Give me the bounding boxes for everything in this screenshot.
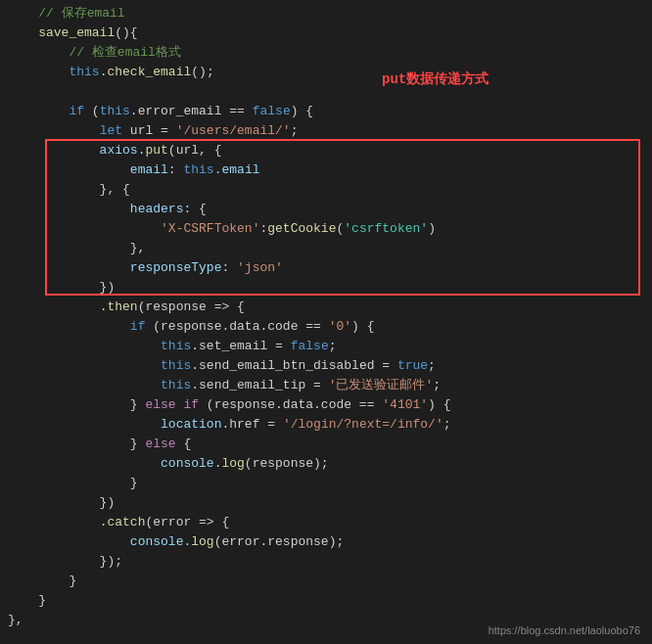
code-line-0: // 保存email (0, 4, 652, 23)
code-line-18: this.send_email_btn_disabled = true; (0, 356, 652, 376)
code-line-17: this.set_email = false; (0, 337, 652, 356)
code-line-21: location.href = '/login/?next=/info/'; (0, 415, 652, 435)
code-line-26: .catch(error => { (0, 513, 652, 532)
code-editor: // 保存email save_email(){ // 检查email格式 th… (0, 0, 652, 644)
code-line-8: email: this.email (0, 161, 652, 180)
line-content: }) (4, 278, 652, 298)
line-content: this.check_email(); (4, 63, 652, 82)
line-content: if (this.error_email == false) { (4, 102, 652, 121)
line-content: } (4, 591, 652, 611)
line-content: }, { (4, 180, 652, 200)
code-line-29: } (0, 572, 652, 591)
code-line-24: } (0, 474, 652, 493)
line-content: .then(response => { (4, 298, 652, 317)
line-content: this.send_email_btn_disabled = true; (4, 356, 652, 376)
code-line-16: if (response.data.code == '0') { (0, 317, 652, 337)
code-line-10: headers: { (0, 200, 652, 219)
line-content: // 保存email (4, 4, 652, 23)
line-content: axios.put(url, { (4, 141, 652, 161)
code-line-13: responseType: 'json' (0, 258, 652, 278)
line-content: email: this.email (4, 161, 652, 180)
line-content: }) (4, 493, 652, 513)
line-content: if (response.data.code == '0') { (4, 317, 652, 337)
line-content: let url = '/users/email/'; (4, 121, 652, 141)
line-content: } else { (4, 435, 652, 454)
line-content: } (4, 572, 652, 591)
line-content: // 检查email格式 (4, 43, 652, 63)
line-content: } else if (response.data.code == '4101')… (4, 395, 652, 415)
line-content: this.send_email_tip = '已发送验证邮件'; (4, 376, 652, 395)
code-line-3: this.check_email(); (0, 63, 652, 82)
code-line-28: }); (0, 552, 652, 572)
code-line-14: }) (0, 278, 652, 298)
code-line-20: } else if (response.data.code == '4101')… (0, 395, 652, 415)
annotation-label: put数据传递方式 (382, 70, 489, 88)
code-line-7: axios.put(url, { (0, 141, 652, 161)
line-content: 'X-CSRFToken':getCookie('csrftoken') (4, 219, 652, 239)
code-line-25: }) (0, 493, 652, 513)
code-line-2: // 检查email格式 (0, 43, 652, 63)
line-content: }, (4, 239, 652, 258)
line-content: this.set_email = false; (4, 337, 652, 356)
line-content: }); (4, 552, 652, 572)
code-line-5: if (this.error_email == false) { (0, 102, 652, 121)
watermark: https://blog.csdn.net/laoluobo76 (489, 624, 640, 636)
code-line-30: } (0, 591, 652, 611)
code-line-23: console.log(response); (0, 454, 652, 474)
code-line-19: this.send_email_tip = '已发送验证邮件'; (0, 376, 652, 395)
line-content: headers: { (4, 200, 652, 219)
line-content: } (4, 474, 652, 493)
line-content: location.href = '/login/?next=/info/'; (4, 415, 652, 435)
code-lines: // 保存email save_email(){ // 检查email格式 th… (0, 0, 652, 634)
line-content: save_email(){ (4, 23, 652, 43)
code-line-15: .then(response => { (0, 298, 652, 317)
code-line-12: }, (0, 239, 652, 258)
code-line-1: save_email(){ (0, 23, 652, 43)
line-content: console.log(error.response); (4, 532, 652, 552)
code-line-9: }, { (0, 180, 652, 200)
line-content: responseType: 'json' (4, 258, 652, 278)
code-line-6: let url = '/users/email/'; (0, 121, 652, 141)
line-content: console.log(response); (4, 454, 652, 474)
code-line-11: 'X-CSRFToken':getCookie('csrftoken') (0, 219, 652, 239)
code-line-4 (0, 82, 652, 102)
code-line-22: } else { (0, 435, 652, 454)
code-line-27: console.log(error.response); (0, 532, 652, 552)
line-content: .catch(error => { (4, 513, 652, 532)
